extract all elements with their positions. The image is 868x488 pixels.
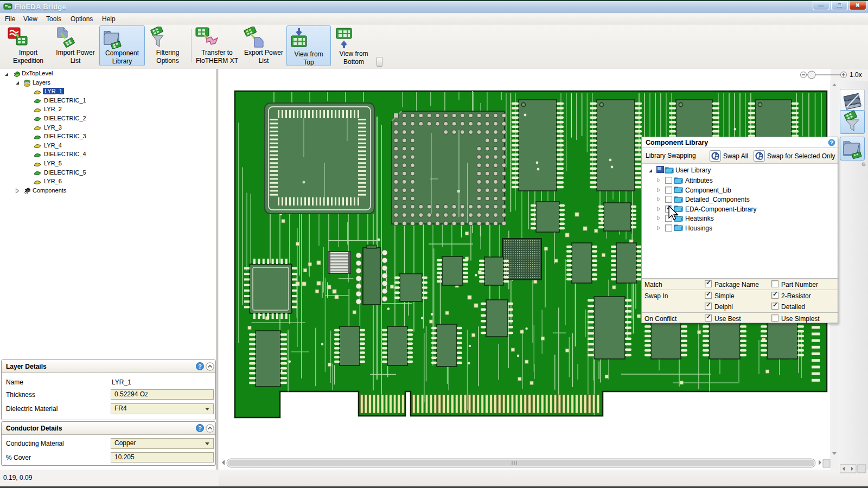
svg-text:1.0x: 1.0x: [850, 71, 862, 79]
